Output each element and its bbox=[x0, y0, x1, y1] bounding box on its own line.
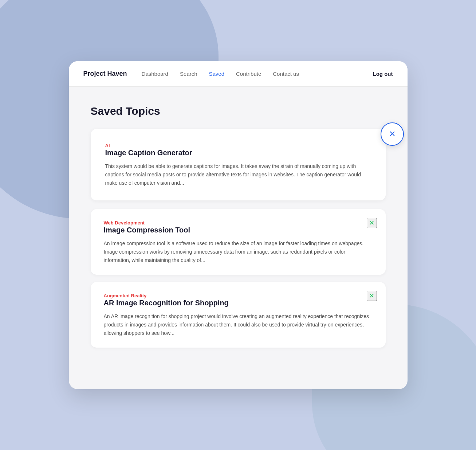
nav-logout-button[interactable]: Log out bbox=[373, 71, 393, 77]
card-web-dev: Web Development Image Compression Tool A… bbox=[91, 209, 386, 275]
card3-title: AR Image Recognition for Shopping bbox=[104, 299, 373, 307]
featured-card-close-button[interactable]: ✕ bbox=[381, 122, 404, 146]
card-ar: Augmented Reality AR Image Recognition f… bbox=[91, 282, 386, 348]
main-content: Saved Topics AI Image Caption Generator … bbox=[69, 87, 408, 373]
card2-close-button[interactable]: ✕ bbox=[367, 218, 377, 228]
nav-link-dashboard[interactable]: Dashboard bbox=[142, 71, 168, 77]
nav-link-saved[interactable]: Saved bbox=[209, 71, 224, 77]
page-title: Saved Topics bbox=[91, 105, 386, 117]
featured-card-title: Image Caption Generator bbox=[105, 149, 371, 157]
close-icon-3: ✕ bbox=[369, 292, 374, 300]
card3-close-button[interactable]: ✕ bbox=[367, 291, 377, 301]
close-icon-2: ✕ bbox=[369, 219, 374, 227]
card2-category: Web Development bbox=[104, 220, 145, 226]
card2-description: An image compression tool is a software … bbox=[104, 239, 373, 265]
close-icon: ✕ bbox=[389, 130, 396, 138]
nav-brand[interactable]: Project Haven bbox=[83, 70, 127, 78]
nav-link-search[interactable]: Search bbox=[180, 71, 197, 77]
navbar: Project Haven Dashboard Search Saved Con… bbox=[69, 61, 408, 87]
featured-card: AI Image Caption Generator This system w… bbox=[91, 129, 386, 200]
nav-links: Dashboard Search Saved Contribute Contac… bbox=[142, 71, 373, 77]
nav-link-contribute[interactable]: Contribute bbox=[236, 71, 261, 77]
page-container: Project Haven Dashboard Search Saved Con… bbox=[69, 61, 408, 389]
card3-description: An AR image recognition for shopping pro… bbox=[104, 312, 373, 337]
featured-card-description: This system would be able to generate ca… bbox=[105, 162, 371, 187]
card2-title: Image Compression Tool bbox=[104, 226, 373, 234]
nav-link-contact[interactable]: Contact us bbox=[273, 71, 299, 77]
card3-category: Augmented Reality bbox=[104, 293, 147, 298]
featured-card-category: AI bbox=[105, 143, 110, 148]
